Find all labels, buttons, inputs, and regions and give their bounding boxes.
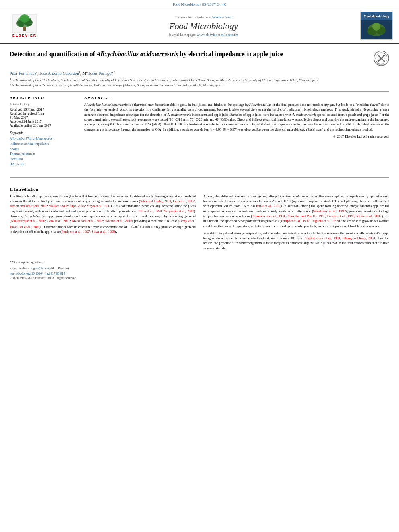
body-left-col: The Alicyclobacillus spp. are spore form… xyxy=(10,194,196,253)
article-content: Detection and quantification of Alicyclo… xyxy=(0,44,399,173)
title-text-container: Detection and quantification of Alicyclo… xyxy=(10,50,369,59)
article-history: Article history: Received 16 March 2017 … xyxy=(10,102,78,127)
affiliation-b: b b Department of Food Science, Faculty … xyxy=(10,82,389,87)
ref-pettipher2-1997[interactable]: Pettipher et al., 1997 xyxy=(281,219,309,223)
authors-line: Pilar Fernándeza, José Antonio Gabaldónb… xyxy=(10,70,389,76)
ref-pontius-1998[interactable]: Pontius et al., 1998 xyxy=(327,214,354,218)
ref-krischke-1990[interactable]: Krischke and Poralla, 1990 xyxy=(287,214,325,218)
keyword-2[interactable]: Indirect electrical impedance xyxy=(10,141,78,146)
ref-steyn-2011[interactable]: Steyn et al., 2011 xyxy=(87,204,111,208)
keyword-6[interactable]: BAT broth xyxy=(10,162,78,167)
ref-lee-2002[interactable]: Lee et al., 2002 xyxy=(173,199,195,203)
ref-orr-2000[interactable]: Orr et al., 2000 xyxy=(19,224,39,228)
revised-date: 31 May 2017 xyxy=(10,115,78,119)
citation-bar: Food Microbiology 68 (2017) 34–40 xyxy=(0,0,399,8)
journal-title: Food Microbiology xyxy=(47,21,360,31)
keyword-3[interactable]: Spores xyxy=(10,146,78,152)
ref-vieira-2002[interactable]: Vieira et al., 2002 xyxy=(356,214,381,218)
abstract-text: Alicyclobacillus acidoterrestris is a th… xyxy=(84,102,389,132)
ref-matsubara-2002[interactable]: Matsubara et al., 2002 xyxy=(72,219,103,223)
journal-center: Contents lists available at ScienceDirec… xyxy=(47,15,360,37)
ref-albuquerque-2000[interactable]: Albuquerque et al., 2000 xyxy=(11,219,45,223)
page: Food Microbiology 68 (2017) 34–40 ELSEVI… xyxy=(0,0,399,532)
keyword-5[interactable]: Inoculum xyxy=(10,156,78,162)
elsevier-label: ELSEVIER xyxy=(12,33,37,37)
intro-para-1: The Alicyclobacillus spp. are spore form… xyxy=(10,194,196,234)
keywords-label: Keywords: xyxy=(10,131,78,135)
cover-svg: Food Microbiology xyxy=(361,12,392,39)
journal-citation: Food Microbiology 68 (2017) 34–40 xyxy=(173,2,226,6)
homepage-link[interactable]: www.elsevier.com/locate/fm xyxy=(197,33,238,37)
info-abstract-section: ARTICLE INFO Article history: Received 1… xyxy=(10,96,389,167)
footer-section: * * Corresponding author. E-mail address… xyxy=(0,258,399,286)
science-direct-line: Contents lists available at ScienceDirec… xyxy=(47,15,360,19)
intro-para-3: In addition to pH and storage temperatur… xyxy=(203,231,389,251)
author-fernandez[interactable]: Pilar Fernández xyxy=(10,71,36,76)
svg-point-12 xyxy=(372,23,380,31)
ref-jensen-2003[interactable]: Jensen and Whitfield, 2003 xyxy=(10,204,47,208)
abstract-title: ABSTRACT xyxy=(84,96,389,100)
elsevier-tree-icon xyxy=(12,14,37,33)
introduction-title: 1. Introduction xyxy=(10,187,389,191)
issn-line: 0740-0020/© 2017 Elsevier Ltd. All right… xyxy=(10,276,389,280)
corresponding-author-note: * * Corresponding author. xyxy=(10,261,389,264)
email-link[interactable]: mjperi@um.es xyxy=(31,267,49,270)
affiliations: a a Department of Food Technology, Food … xyxy=(10,77,389,88)
ref-goto-2002[interactable]: Goto et al., 2002 xyxy=(47,219,70,223)
keywords-section: Keywords: Alicyclobacillus acidoterrestr… xyxy=(10,131,78,167)
doi-link[interactable]: http://dx.doi.org/10.1016/j.fm.2017.06.0… xyxy=(10,272,65,275)
ref-chang-2004[interactable]: Chang and Kang, 2004 xyxy=(343,236,375,240)
journal-cover-image: Food Microbiology xyxy=(360,12,393,40)
body-two-col: The Alicyclobacillus spp. are spore form… xyxy=(10,194,389,253)
keyword-4[interactable]: Thermal treatment xyxy=(10,151,78,156)
copyright-line: © 2017 Elsevier Ltd. All rights reserved… xyxy=(84,134,389,138)
intro-para-2: Among the different species of this genu… xyxy=(203,194,389,228)
divider-2 xyxy=(10,177,389,178)
article-info: ARTICLE INFO Article history: Received 1… xyxy=(10,96,78,167)
journal-homepage: journal homepage: www.elsevier.com/locat… xyxy=(47,33,360,37)
affiliation-a: a a Department of Food Technology, Food … xyxy=(10,77,389,82)
doi-line: http://dx.doi.org/10.1016/j.fm.2017.06.0… xyxy=(10,272,389,275)
ref-wisotzkey-1992[interactable]: Wisotzkey et al., 1992 xyxy=(313,209,346,213)
svg-rect-4 xyxy=(23,27,26,31)
ref-silva-1999b[interactable]: Silva et al., 1999 xyxy=(92,230,115,234)
body-right-col: Among the different species of this genu… xyxy=(203,194,389,253)
ref-sinigaglia-2003[interactable]: Sinigaglia et al., 2003 xyxy=(164,209,194,213)
elsevier-logo: ELSEVIER xyxy=(6,14,43,37)
divider-1 xyxy=(10,91,389,92)
ref-walker-2005[interactable]: Walker and Phillips, 2005 xyxy=(49,204,85,208)
science-direct-link[interactable]: ScienceDirect xyxy=(212,15,232,19)
crossmark-icon[interactable]: CrossMark xyxy=(373,50,389,66)
ref-silva-1999[interactable]: Silva et al., 1999 xyxy=(139,209,162,213)
author-periago[interactable]: Jesús Periago xyxy=(88,71,111,76)
author-gabaldon[interactable]: José Antonio Gabaldón xyxy=(40,71,79,76)
body-section: 1. Introduction The Alicyclobacillus spp… xyxy=(0,182,399,253)
ref-nakano-2015[interactable]: Nakano et al., 2015 xyxy=(105,219,132,223)
received-date: Received 16 March 2017 xyxy=(10,107,78,111)
svg-text:Food Microbiology: Food Microbiology xyxy=(364,15,389,18)
history-label: Article history: xyxy=(10,102,78,106)
email-note: E-mail address: mjperi@um.es (M.J. Peria… xyxy=(10,267,389,270)
title-section: Detection and quantification of Alicyclo… xyxy=(10,50,389,66)
ref-euguchi-1999[interactable]: Euguchi et al., 1999 xyxy=(311,219,339,223)
article-title: Detection and quantification of Alicyclo… xyxy=(10,50,369,59)
article-info-column: ARTICLE INFO Article history: Received 1… xyxy=(10,96,78,167)
article-info-title: ARTICLE INFO xyxy=(10,96,78,100)
svg-text:CrossMark: CrossMark xyxy=(376,63,387,65)
ref-splittstoesser-1994[interactable]: Splittstoesser et al., 1994 xyxy=(305,236,340,240)
available-online-date: Available online 26 June 2017 xyxy=(10,123,78,127)
ref-pettipher-1997[interactable]: Pettipher et al., 1997 xyxy=(62,230,90,234)
svg-point-5 xyxy=(20,14,29,23)
keyword-1[interactable]: Alicyclobacillus acidoterrestris xyxy=(10,136,78,141)
accepted-date: Accepted 24 June 2017 xyxy=(10,119,78,123)
ref-silva-2001[interactable]: Silva and Gibbs, 2001 xyxy=(140,199,171,203)
received-revised-label: Received in revised form xyxy=(10,111,78,115)
abstract-column: ABSTRACT Alicyclobacillus acidoterrestri… xyxy=(84,96,389,167)
ref-kannerberg-1984[interactable]: Kannerberg et al., 1984 xyxy=(252,214,285,218)
journal-header: ELSEVIER Contents lists available at Sci… xyxy=(0,8,399,44)
ref-smit-2011[interactable]: Smit et al., 2011 xyxy=(257,204,280,208)
